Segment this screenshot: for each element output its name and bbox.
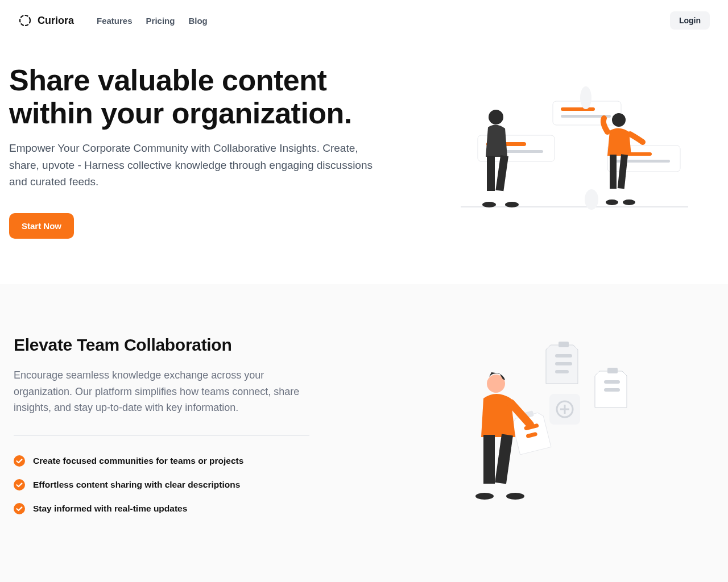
feature-label: Create focused communities for teams or … bbox=[33, 456, 243, 466]
check-circle-icon bbox=[14, 503, 25, 514]
svg-rect-32 bbox=[604, 380, 620, 384]
feature-list: Create focused communities for teams or … bbox=[14, 455, 355, 514]
start-now-button[interactable]: Start Now bbox=[9, 213, 74, 239]
feature-item: Create focused communities for teams or … bbox=[14, 455, 355, 467]
svg-point-18 bbox=[482, 202, 496, 207]
hero-text: Share valuable content within your organ… bbox=[9, 64, 407, 239]
svg-point-0 bbox=[20, 15, 30, 26]
collaboration-subtitle: Encourage seamless knowledge exchange ac… bbox=[14, 367, 309, 416]
nav-link-blog[interactable]: Blog bbox=[188, 16, 207, 26]
divider bbox=[14, 435, 309, 436]
collaboration-section: Elevate Team Collaboration Encourage sea… bbox=[0, 284, 728, 582]
svg-rect-31 bbox=[559, 342, 569, 347]
hero-illustration bbox=[430, 64, 719, 239]
brand[interactable]: Curiora bbox=[18, 14, 74, 27]
brand-name: Curiora bbox=[38, 15, 74, 27]
feature-label: Stay informed with real-time updates bbox=[33, 504, 187, 514]
collaboration-illustration bbox=[389, 335, 714, 514]
check-circle-icon bbox=[14, 455, 25, 467]
hero-subtitle: Empower Your Corporate Community with Co… bbox=[9, 140, 384, 190]
svg-rect-30 bbox=[555, 370, 569, 373]
svg-rect-7 bbox=[561, 107, 595, 111]
svg-rect-29 bbox=[555, 362, 572, 365]
svg-rect-28 bbox=[555, 354, 572, 357]
svg-point-26 bbox=[14, 479, 25, 490]
svg-rect-44 bbox=[495, 434, 513, 484]
svg-point-15 bbox=[489, 110, 503, 124]
svg-rect-21 bbox=[610, 155, 617, 189]
nav-link-pricing[interactable]: Pricing bbox=[146, 16, 175, 26]
hero-section: Share valuable content within your organ… bbox=[0, 41, 728, 284]
feature-label: Effortless content sharing with clear de… bbox=[33, 480, 240, 490]
hero-title: Share valuable content within your organ… bbox=[9, 64, 407, 130]
svg-point-13 bbox=[580, 86, 592, 109]
check-circle-icon bbox=[14, 479, 25, 490]
svg-rect-33 bbox=[604, 388, 620, 392]
nav-links: Features Pricing Blog bbox=[97, 16, 208, 26]
svg-point-19 bbox=[505, 202, 519, 207]
nav-left: Curiora Features Pricing Blog bbox=[18, 14, 208, 27]
svg-rect-43 bbox=[483, 435, 495, 484]
feature-item: Stay informed with real-time updates bbox=[14, 503, 355, 514]
svg-point-24 bbox=[623, 199, 635, 205]
svg-rect-34 bbox=[607, 368, 618, 373]
svg-point-45 bbox=[475, 493, 494, 500]
svg-point-14 bbox=[585, 189, 598, 210]
brand-logo-icon bbox=[18, 14, 32, 27]
feature-item: Effortless content sharing with clear de… bbox=[14, 479, 355, 490]
nav-link-features[interactable]: Features bbox=[97, 16, 133, 26]
collaboration-title: Elevate Team Collaboration bbox=[14, 335, 355, 355]
svg-point-46 bbox=[506, 493, 524, 500]
svg-point-20 bbox=[612, 113, 626, 127]
top-nav: Curiora Features Pricing Blog Login bbox=[0, 0, 728, 41]
login-button[interactable]: Login bbox=[670, 11, 710, 30]
svg-point-23 bbox=[606, 199, 618, 205]
collaboration-text: Elevate Team Collaboration Encourage sea… bbox=[14, 335, 355, 514]
svg-point-27 bbox=[14, 503, 25, 514]
svg-rect-16 bbox=[487, 156, 495, 191]
svg-point-25 bbox=[14, 455, 25, 467]
